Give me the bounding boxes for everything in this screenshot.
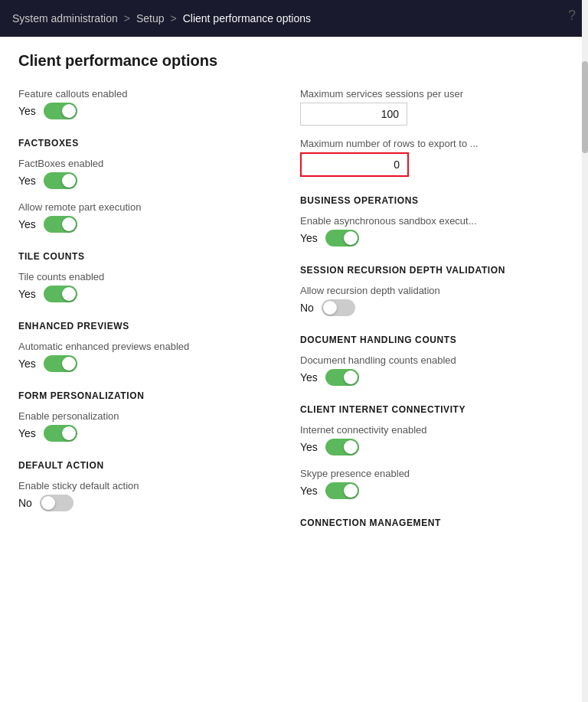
toggle-knob (323, 301, 337, 315)
breadcrumb-sep-1: > (124, 12, 130, 24)
skype-presence-label: Skype presence enabled (300, 468, 570, 479)
doc-handling-counts-label: Document handling counts enabled (300, 354, 570, 366)
section-session-recursion-heading: SESSION RECURSION DEPTH VALIDATION (300, 265, 570, 276)
section-factboxes-heading: FACTBOXES (18, 138, 276, 149)
section-form-personalization-heading: FORM PERSONALIZATION (18, 390, 276, 401)
scrollbar[interactable] (582, 0, 588, 702)
toggle-knob (62, 104, 76, 118)
internet-connectivity-toggle[interactable] (325, 439, 359, 455)
toggle-knob (62, 217, 76, 231)
toggle-knob (62, 174, 76, 188)
breadcrumb-item-3: Client performance options (183, 12, 311, 24)
max-sessions-label: Maximum services sessions per user (300, 88, 570, 100)
max-rows-export-input[interactable]: 0 (302, 154, 407, 175)
enhanced-previews-label: Automatic enhanced previews enabled (18, 341, 276, 352)
left-column: Feature callouts enabled Yes FACTBOXES F… (18, 88, 294, 537)
internet-connectivity-value: Yes (300, 441, 318, 453)
section-business-operations-heading: BUSINESS OPERATIONS (300, 195, 570, 206)
recursion-depth-value: No (300, 302, 314, 314)
max-rows-export-label: Maximum number of rows to export to ... (300, 138, 570, 149)
doc-handling-counts-value: Yes (300, 371, 318, 384)
factboxes-enabled-label: FactBoxes enabled (18, 158, 276, 169)
page-title: Client performance options (18, 52, 570, 70)
feature-callouts-toggle[interactable] (44, 103, 77, 119)
tile-counts-toggle[interactable] (44, 286, 77, 302)
async-sandbox-value: Yes (300, 232, 318, 244)
setting-feature-callouts: Feature callouts enabled Yes (18, 88, 276, 119)
section-enhanced-previews-heading: ENHANCED PREVIEWS (18, 321, 276, 331)
remote-part-toggle[interactable] (44, 216, 77, 233)
sticky-default-action-value: No (18, 497, 32, 509)
feature-callouts-value: Yes (18, 105, 36, 117)
factboxes-enabled-value: Yes (18, 175, 36, 187)
remote-part-label: Allow remote part execution (18, 201, 276, 213)
factboxes-enabled-toggle[interactable] (44, 172, 77, 189)
sticky-default-action-toggle[interactable] (40, 495, 74, 511)
max-sessions-input[interactable]: 100 (300, 103, 407, 126)
skype-presence-toggle[interactable] (325, 482, 359, 499)
toggle-knob (41, 496, 55, 510)
setting-enhanced-previews: Automatic enhanced previews enabled Yes (18, 341, 276, 372)
doc-handling-counts-toggle[interactable] (325, 369, 359, 386)
section-client-internet-heading: CLIENT INTERNET CONNECTIVITY (300, 404, 570, 415)
help-icon[interactable]: ? (568, 8, 576, 24)
breadcrumb-bar: System administration > Setup > Client p… (0, 0, 588, 37)
setting-enable-personalization: Enable personalization Yes (18, 410, 276, 442)
async-sandbox-label: Enable asynchronous sandbox execut... (300, 215, 570, 227)
remote-part-value: Yes (18, 218, 36, 230)
setting-doc-handling-counts: Document handling counts enabled Yes (300, 354, 570, 386)
section-document-handling-heading: DOCUMENT HANDLING COUNTS (300, 335, 570, 345)
section-connection-management-heading: CONNECTION MANAGEMENT (300, 518, 570, 528)
async-sandbox-toggle[interactable] (325, 230, 359, 247)
breadcrumb-item-2[interactable]: Setup (136, 12, 165, 24)
tile-counts-label: Tile counts enabled (18, 271, 276, 282)
recursion-depth-label: Allow recursion depth validation (300, 285, 570, 296)
toggle-knob (62, 426, 76, 440)
setting-max-sessions: Maximum services sessions per user 100 (300, 88, 570, 126)
section-tile-counts-heading: TILE COUNTS (18, 251, 276, 262)
feature-callouts-label: Feature callouts enabled (18, 88, 276, 100)
setting-remote-part: Allow remote part execution Yes (18, 201, 276, 233)
toggle-knob (344, 440, 358, 454)
setting-recursion-depth: Allow recursion depth validation No (300, 285, 570, 316)
enable-personalization-toggle[interactable] (44, 425, 77, 442)
toggle-knob (62, 287, 76, 301)
toggle-knob (344, 231, 358, 245)
internet-connectivity-label: Internet connectivity enabled (300, 424, 570, 436)
setting-async-sandbox: Enable asynchronous sandbox execut... Ye… (300, 215, 570, 247)
setting-skype-presence: Skype presence enabled Yes (300, 468, 570, 499)
setting-sticky-default-action: Enable sticky default action No (18, 480, 276, 511)
toggle-knob (62, 357, 76, 371)
enhanced-previews-toggle[interactable] (44, 355, 77, 372)
setting-internet-connectivity: Internet connectivity enabled Yes (300, 424, 570, 455)
right-column: Maximum services sessions per user 100 M… (294, 88, 570, 537)
max-rows-export-error-wrapper: 0 (300, 152, 409, 177)
skype-presence-value: Yes (300, 485, 318, 497)
toggle-knob (344, 484, 358, 498)
tile-counts-value: Yes (18, 288, 36, 300)
section-default-action-heading: DEFAULT ACTION (18, 460, 276, 471)
setting-factboxes-enabled: FactBoxes enabled Yes (18, 158, 276, 189)
enhanced-previews-value: Yes (18, 358, 36, 370)
scrollbar-thumb[interactable] (582, 61, 588, 153)
setting-tile-counts: Tile counts enabled Yes (18, 271, 276, 302)
recursion-depth-toggle[interactable] (322, 299, 355, 316)
toggle-knob (344, 371, 358, 384)
enable-personalization-label: Enable personalization (18, 410, 276, 422)
setting-max-rows-export: Maximum number of rows to export to ... … (300, 138, 570, 177)
breadcrumb-sep-2: > (171, 12, 177, 24)
sticky-default-action-label: Enable sticky default action (18, 480, 276, 491)
breadcrumb-item-1[interactable]: System administration (12, 12, 118, 24)
enable-personalization-value: Yes (18, 427, 36, 439)
